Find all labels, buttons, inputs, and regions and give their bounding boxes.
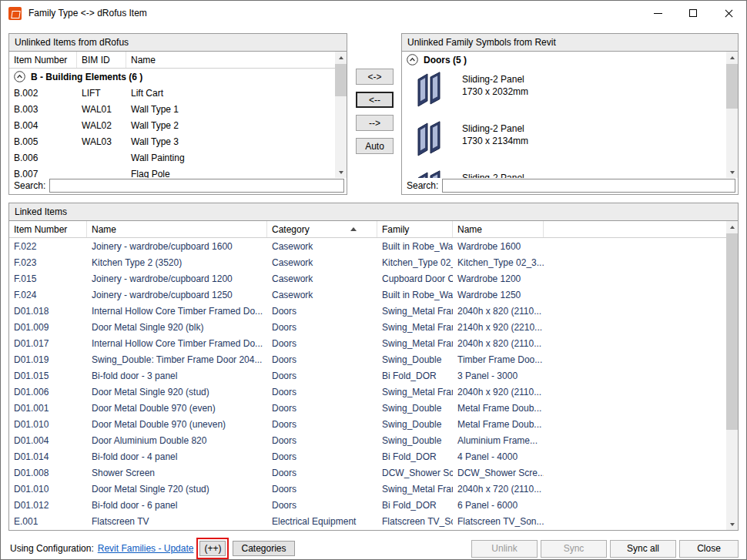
config-link[interactable]: Revit Families - Update	[98, 543, 194, 554]
auto-link-button[interactable]: Auto	[356, 138, 394, 154]
linked-item-row[interactable]: D01.008Shower ScreenDoorsDCW_Shower Scre…	[9, 464, 726, 481]
linked-item-row[interactable]: E.001Flatscreen TVElectrical EquipmentFl…	[9, 513, 726, 529]
maximize-button[interactable]	[675, 1, 711, 25]
scroll-down-icon[interactable]	[335, 166, 347, 178]
unlinked-symbols-search-input[interactable]	[442, 179, 735, 193]
linked-item-row[interactable]: D01.012Bi-fold door - 6 panelDoorsBi Fol…	[9, 497, 726, 513]
scrollbar-thumb[interactable]	[726, 233, 738, 430]
group-label: B - Building Elements (6 )	[31, 72, 142, 82]
scroll-down-icon[interactable]	[726, 518, 738, 530]
column-header-name[interactable]: Name	[126, 52, 335, 68]
close-dialog-button[interactable]: Close	[679, 540, 739, 558]
cell-type-name: Wardrobe 1600	[453, 241, 544, 252]
linked-item-row[interactable]: D01.009Door Metal Single 920 (blk)DoorsS…	[9, 319, 726, 335]
cell-category: Doors	[267, 306, 377, 317]
link-both-button[interactable]: <->	[356, 69, 394, 85]
symbol-text: Sliding-2 Panel1730 x 2134mm	[462, 121, 528, 166]
cell-type-name: 2040h x 720 (2110...	[453, 484, 544, 495]
unlinked-items-search-row: Search:	[9, 178, 347, 194]
scrollbar-thumb[interactable]	[335, 64, 347, 96]
cell-category: Doors	[267, 338, 377, 349]
scrollbar-thumb[interactable]	[726, 64, 738, 109]
cell-type-name: 2040h x 820 (2110...	[453, 338, 544, 349]
link-right-button[interactable]: -->	[356, 115, 394, 131]
column-header-name[interactable]: Name	[87, 221, 267, 237]
scroll-up-icon[interactable]	[726, 52, 738, 63]
unlinked-item-row[interactable]: B.002LIFTLift Cart	[9, 85, 335, 101]
cell-category: Doors	[267, 371, 377, 381]
unlinked-items-scrollbar[interactable]	[335, 52, 347, 178]
scroll-up-icon[interactable]	[335, 52, 347, 63]
unlinked-items-search-input[interactable]	[49, 179, 344, 193]
cell-type-name: Kitchen_Type 02_3...	[453, 257, 544, 268]
linked-item-row[interactable]: D01.017Internal Hollow Core Timber Frame…	[9, 335, 726, 351]
unlinked-item-row[interactable]: B.006Wall Painting	[9, 149, 335, 166]
cell-name: Door Metal Single 720 (stud)	[87, 484, 267, 495]
linked-item-row[interactable]: D01.004Door Aluminium Double 820DoorsSwi…	[9, 432, 726, 448]
unlink-button[interactable]: Unlink	[471, 540, 538, 558]
linked-item-row[interactable]: D01.019Swing_Double: Timber Frame Door 2…	[9, 351, 726, 367]
group-row-building-elements[interactable]: B - Building Elements (6 )	[9, 69, 335, 85]
cell-item-number: E.001	[9, 516, 87, 527]
column-header-item-number[interactable]: Item Number	[9, 221, 87, 237]
linked-item-row[interactable]: F.015Joinery - wardrobe/cupboard 1200Cas…	[9, 270, 726, 287]
categories-button[interactable]: Categories	[233, 541, 294, 556]
unlinked-item-row[interactable]: B.005WAL03Wall Type 3	[9, 133, 335, 149]
linked-items-scrollbar[interactable]	[726, 221, 738, 530]
column-header-item-number[interactable]: Item Number	[9, 52, 77, 68]
unlinked-item-row[interactable]: B.003WAL01Wall Type 1	[9, 101, 335, 117]
close-button[interactable]	[711, 1, 746, 25]
cell-category: Casework	[267, 241, 377, 252]
minimize-button[interactable]	[640, 1, 675, 25]
linked-item-row[interactable]: F.024Joinery - wardrobe/cupboard 1250Cas…	[9, 287, 726, 303]
scroll-down-icon[interactable]	[726, 166, 738, 178]
footer-action-buttons: Unlink Sync Sync all Close	[471, 540, 739, 558]
symbol-size: 1730 x 2032mm	[462, 85, 528, 97]
cell-category: Casework	[267, 273, 377, 284]
column-header-category[interactable]: Category	[267, 221, 377, 237]
column-header-bim-id[interactable]: BIM ID	[77, 52, 126, 68]
linked-item-row[interactable]: D01.018Internal Hollow Core Timber Frame…	[9, 303, 726, 319]
group-row-doors[interactable]: Doors (5 )	[402, 52, 726, 68]
linked-item-row[interactable]: F.022Joinery - wardrobe/cupboard 1600Cas…	[9, 238, 726, 254]
cell-category: Casework	[267, 257, 377, 268]
linked-item-row[interactable]: D01.001Door Metal Double 970 (even)Doors…	[9, 400, 726, 416]
cell-name: Door Aluminium Double 820	[87, 435, 267, 446]
cell-name: Kitchen Type 2 (3520)	[87, 257, 267, 268]
link-left-button[interactable]: <--	[356, 92, 394, 108]
unlinked-item-row[interactable]: B.004WAL02Wall Type 2	[9, 117, 335, 133]
linked-items-panel-title: Linked Items	[9, 203, 738, 221]
cell-category: Doors	[267, 435, 377, 446]
collapse-group-icon[interactable]	[407, 54, 418, 65]
sync-button[interactable]: Sync	[541, 540, 607, 558]
cell-name: Door Metal Single 920 (blk)	[87, 322, 267, 333]
sync-all-button[interactable]: Sync all	[610, 540, 676, 558]
cell-item-number: B.002	[9, 88, 77, 99]
family-symbol-item[interactable]: Sliding-2 Panel	[402, 166, 726, 178]
family-symbol-item[interactable]: Sliding-2 Panel1730 x 2032mm	[402, 68, 726, 117]
cell-family: Built in Robe_Wall...	[377, 290, 453, 300]
linked-item-row[interactable]: D01.015Bi-fold door - 3 panelDoorsBi Fol…	[9, 367, 726, 384]
family-symbol-item[interactable]: Sliding-2 Panel1730 x 2134mm	[402, 117, 726, 166]
unlinked-symbols-scrollbar[interactable]	[726, 52, 738, 178]
add-config-button[interactable]: (++)	[199, 541, 226, 556]
door-type-icon	[415, 170, 444, 178]
door-type-icon	[415, 72, 444, 107]
column-header-type-name[interactable]: Name	[453, 221, 544, 237]
cell-item-number: D01.001	[9, 403, 87, 414]
linked-item-row[interactable]: D01.010Door Metal Double 970 (uneven)Doo…	[9, 416, 726, 432]
cell-family: Swing_Metal Fram...	[377, 484, 453, 495]
symbol-text: Sliding-2 Panel	[462, 170, 524, 178]
linked-item-row[interactable]: D01.014Bi-fold door - 4 panelDoorsBi Fol…	[9, 448, 726, 464]
column-header-family[interactable]: Family	[377, 221, 453, 237]
unlinked-item-row[interactable]: B.007Flag Pole	[9, 166, 335, 178]
linked-item-row[interactable]: D01.010Door Metal Single 720 (stud)Doors…	[9, 481, 726, 497]
scroll-up-icon[interactable]	[726, 221, 738, 233]
cell-type-name: 2040h x 820 (2110...	[453, 306, 544, 317]
cell-type-name: Timber Frame Doo...	[453, 354, 544, 365]
cell-item-number: B.004	[9, 120, 77, 131]
cell-name: Wall Type 1	[126, 104, 335, 115]
linked-item-row[interactable]: D01.006Door Metal Single 920 (stud)Doors…	[9, 384, 726, 400]
collapse-group-icon[interactable]	[14, 71, 25, 82]
linked-item-row[interactable]: F.023Kitchen Type 2 (3520)CaseworkKitche…	[9, 254, 726, 270]
